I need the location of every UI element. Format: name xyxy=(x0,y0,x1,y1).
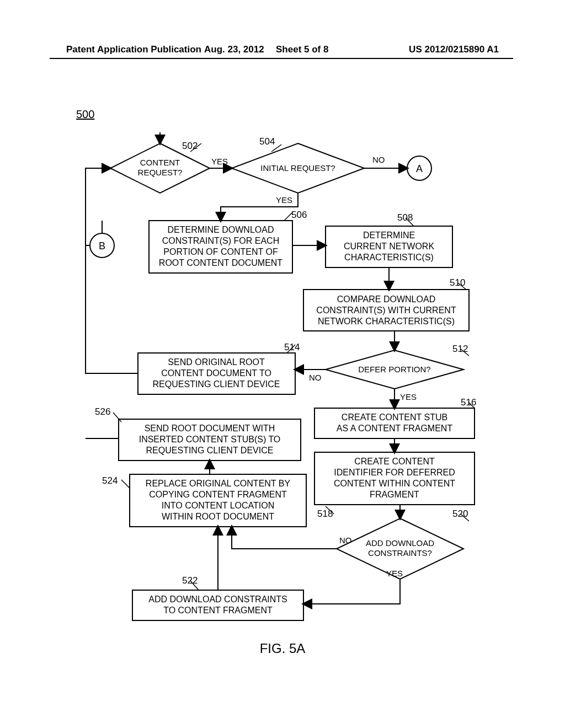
edge-520-yes: YES xyxy=(386,569,403,578)
b518-l1: CREATE CONTENT xyxy=(354,457,435,466)
ref-510: 510 xyxy=(450,277,465,288)
edge-512-no: NO xyxy=(309,373,322,382)
ref-504: 504 xyxy=(259,136,275,147)
ref-502: 502 xyxy=(182,141,198,151)
edge-520-no: NO xyxy=(339,536,352,545)
b518-l4: FRAGMENT xyxy=(370,490,419,499)
header-sheet: Sheet 5 of 8 xyxy=(276,44,328,55)
d502-l1: CONTENT xyxy=(140,158,180,167)
b514-l3: REQUESTING CLIENT DEVICE xyxy=(153,379,280,389)
b514-l1: SEND ORIGINAL ROOT xyxy=(168,357,265,367)
header-left: Patent Application Publication xyxy=(66,44,201,55)
b526-l1: SEND ROOT DOCUMENT WITH xyxy=(145,424,275,433)
d512-l1: DEFER PORTION? xyxy=(358,365,430,374)
edge-512-yes: YES xyxy=(400,392,417,402)
header-rule xyxy=(50,58,513,59)
d502-l2: REQUEST? xyxy=(138,168,183,177)
ref-522: 522 xyxy=(182,575,198,586)
b516-l1: CREATE CONTENT STUB xyxy=(342,413,447,422)
ref-520: 520 xyxy=(452,508,468,519)
b510-l1: COMPARE DOWNLOAD xyxy=(337,295,435,304)
header-date: Aug. 23, 2012 xyxy=(204,44,264,55)
b524-l1: REPLACE ORIGINAL CONTENT BY xyxy=(146,479,291,488)
b506-l4: ROOT CONTENT DOCUMENT xyxy=(159,258,283,267)
d504-l1: INITIAL REQUEST? xyxy=(260,163,335,173)
b508-l1: DETERMINE xyxy=(363,231,415,240)
b510-l2: CONSTRAINT(S) WITH CURRENT xyxy=(316,306,456,315)
b524-l4: WITHIN ROOT DOCUMENT xyxy=(162,512,274,521)
ref-512: 512 xyxy=(452,344,468,354)
edge-504-no: NO xyxy=(372,155,385,164)
b516-l2: AS A CONTENT FRAGMENT xyxy=(337,424,453,433)
flowchart: CONTENT REQUEST? 502 INITIAL REQUEST? 50… xyxy=(66,132,502,640)
b518-l2: IDENTIFIER FOR DEFERRED xyxy=(334,468,455,477)
page: Patent Application Publication Aug. 23, … xyxy=(0,0,565,728)
b514-l2: CONTENT DOCUMENT TO xyxy=(161,368,271,378)
connector-a-label: A xyxy=(416,163,423,174)
header-pubno: US 2012/0215890 A1 xyxy=(409,44,499,55)
ref-518: 518 xyxy=(317,508,333,519)
ref-506: 506 xyxy=(291,210,307,220)
d520-l2: CONSTRAINTS? xyxy=(368,548,432,558)
b522-l2: TO CONTENT FRAGMENT xyxy=(163,606,273,615)
connector-b-label: B xyxy=(99,240,105,251)
b526-l2: INSERTED CONTENT STUB(S) TO xyxy=(139,435,281,444)
ref-514: 514 xyxy=(284,342,300,352)
b524-l2: COPYING CONTENT FRAGMENT xyxy=(149,490,287,499)
b506-l3: PORTION OF CONTENT OF xyxy=(163,247,278,256)
b508-l3: CHARACTERISTIC(S) xyxy=(344,253,434,262)
b506-l2: CONSTRAINT(S) FOR EACH xyxy=(162,236,279,245)
b524-l3: INTO CONTENT LOCATION xyxy=(162,501,274,510)
ref-524: 524 xyxy=(102,475,118,486)
b506-l1: DETERMINE DOWNLOAD xyxy=(168,225,274,234)
b522-l1: ADD DOWNLOAD CONSTRAINTS xyxy=(148,595,287,604)
edge-504-yes: YES xyxy=(276,195,292,205)
b526-l3: REQUESTING CLIENT DEVICE xyxy=(146,446,274,455)
b518-l3: CONTENT WITHIN CONTENT xyxy=(334,479,455,488)
d520-l1: ADD DOWNLOAD xyxy=(366,538,434,548)
ref-526: 526 xyxy=(95,406,110,417)
b508-l2: CURRENT NETWORK xyxy=(344,242,434,251)
figure-number: 500 xyxy=(76,108,94,121)
edge-502-yes: YES xyxy=(211,157,228,166)
ref-508: 508 xyxy=(397,212,413,223)
figure-caption: FIG. 5A xyxy=(0,641,565,656)
ref-516: 516 xyxy=(461,397,476,408)
b510-l3: NETWORK CHARACTERISTIC(S) xyxy=(318,317,455,326)
